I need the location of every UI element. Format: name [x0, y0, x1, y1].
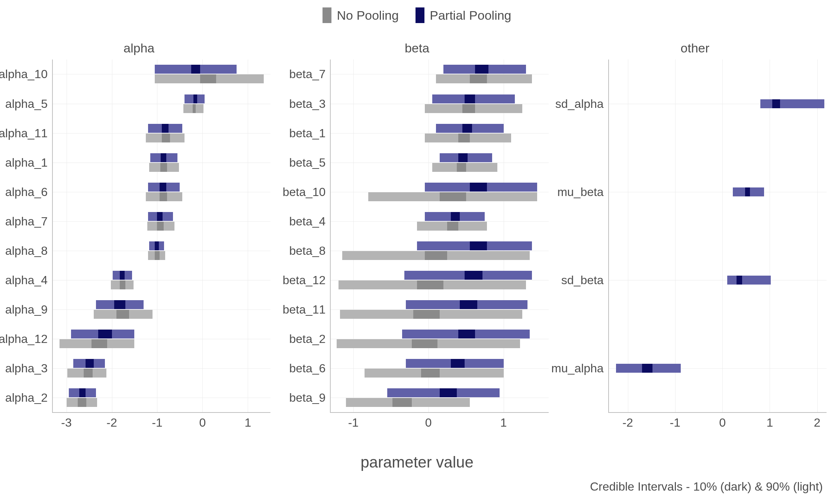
parameter-label: mu_beta	[557, 185, 604, 199]
parameter-label: beta_9	[289, 391, 325, 404]
grid-line	[157, 60, 157, 412]
parameter-label: mu_alpha	[551, 361, 604, 375]
ci10-bar	[92, 339, 108, 348]
grid-line	[67, 60, 67, 412]
x-tick-label: -1	[670, 416, 680, 430]
parameter-label: beta_5	[289, 155, 325, 169]
plot-area: -3-2-101alpha_10alpha_5alpha_11alpha_1al…	[52, 60, 270, 413]
parameter-label: alpha_3	[5, 361, 48, 375]
parameter-label: alpha_7	[5, 214, 48, 228]
grid-line	[722, 60, 723, 412]
grid-line	[53, 309, 270, 310]
ci10-bar	[79, 388, 86, 397]
legend-swatch-no-pooling	[323, 7, 331, 23]
ci10-bar	[447, 222, 458, 231]
ci10-bar	[745, 187, 750, 196]
x-tick-label: 0	[719, 416, 726, 430]
legend-item-no-pooling: No Pooling	[323, 7, 398, 23]
parameter-label: alpha_6	[5, 185, 48, 199]
legend-swatch-partial-pooling	[416, 7, 424, 23]
parameter-label: beta_6	[289, 361, 325, 375]
panel-alpha: alpha-3-2-101alpha_10alpha_5alpha_11alph…	[0, 41, 278, 435]
ci10-bar	[462, 124, 472, 133]
panel-title: alpha	[0, 41, 278, 55]
ci10-bar	[470, 74, 487, 83]
x-tick-label: 1	[500, 416, 507, 430]
ci10-bar	[458, 153, 467, 162]
ci10-bar	[458, 330, 475, 338]
parameter-label: alpha_11	[0, 126, 48, 140]
parameter-label: beta_2	[289, 332, 325, 346]
ci10-bar	[642, 364, 652, 373]
x-tick-label: -2	[622, 416, 633, 430]
ci10-bar	[772, 99, 780, 108]
ci90-bar	[727, 276, 771, 285]
x-tick-label: -3	[61, 416, 71, 430]
x-tick-label: 0	[425, 416, 432, 430]
ci10-bar	[465, 94, 475, 103]
grid-line	[353, 60, 354, 412]
grid-line	[53, 280, 270, 280]
caption: Credible Intervals - 10% (dark) & 90% (l…	[590, 480, 823, 494]
parameter-label: beta_7	[289, 67, 325, 81]
ci10-bar	[425, 251, 448, 260]
grid-line	[609, 192, 827, 192]
ci10-bar	[440, 192, 466, 201]
ci10-bar	[737, 276, 742, 285]
ci10-bar	[392, 398, 412, 407]
ci10-bar	[460, 300, 477, 309]
parameter-label: sd_alpha	[555, 97, 604, 110]
ci10-bar	[413, 310, 440, 319]
legend-label-no-pooling: No Pooling	[337, 8, 398, 23]
ci90-bar	[760, 99, 824, 108]
ci10-bar	[157, 222, 163, 231]
x-tick-label: 0	[199, 416, 206, 430]
panels-container: alpha-3-2-101alpha_10alpha_5alpha_11alph…	[0, 41, 834, 435]
ci10-bar	[98, 330, 112, 338]
parameter-label: beta_10	[283, 185, 326, 199]
ci10-bar	[475, 65, 488, 74]
x-tick-label: 1	[244, 416, 251, 430]
ci10-bar	[421, 369, 440, 378]
parameter-label: alpha_8	[5, 244, 48, 257]
grid-line	[609, 280, 827, 280]
grid-line	[112, 60, 112, 412]
ci10-bar	[155, 251, 159, 260]
ci10-bar	[440, 388, 457, 397]
parameter-label: alpha_4	[5, 273, 48, 287]
ci10-bar	[451, 359, 464, 368]
grid-line	[628, 60, 628, 412]
ci10-bar	[470, 183, 487, 192]
ci10-bar	[78, 398, 86, 407]
parameter-label: beta_1	[289, 126, 325, 140]
ci10-bar	[200, 74, 216, 83]
ci10-bar	[417, 280, 443, 289]
ci10-bar	[470, 241, 487, 250]
plot-area: -101beta_7beta_3beta_1beta_5beta_10beta_…	[330, 60, 548, 413]
ci10-bar	[157, 212, 163, 221]
ci10-bar	[465, 271, 482, 280]
panel-other: other-2-1012sd_alphamu_betasd_betamu_alp…	[556, 41, 834, 435]
ci10-bar	[162, 134, 170, 142]
ci10-bar	[162, 124, 169, 133]
panel-title: beta	[278, 41, 556, 55]
ci10-bar	[160, 183, 166, 192]
ci10-bar	[120, 280, 125, 289]
ci10-bar	[462, 104, 475, 113]
ci10-bar	[160, 192, 167, 201]
parameter-label: alpha_5	[5, 97, 48, 110]
x-tick-label: -1	[348, 416, 359, 430]
grid-line	[248, 60, 248, 412]
plot-area: -2-1012sd_alphamu_betasd_betamu_alpha	[608, 60, 827, 413]
ci10-bar	[116, 310, 129, 319]
legend-item-partial-pooling: Partial Pooling	[416, 7, 511, 23]
credible-interval-figure: No Pooling Partial Pooling alpha-3-2-101…	[0, 0, 834, 504]
ci10-bar	[114, 300, 125, 309]
x-tick-label: -2	[106, 416, 117, 430]
ci10-bar	[120, 271, 124, 280]
parameter-label: beta_3	[289, 97, 325, 110]
ci10-bar	[86, 359, 94, 368]
x-axis-label: parameter value	[0, 453, 834, 471]
ci10-bar	[84, 369, 93, 378]
ci10-bar	[191, 65, 200, 74]
